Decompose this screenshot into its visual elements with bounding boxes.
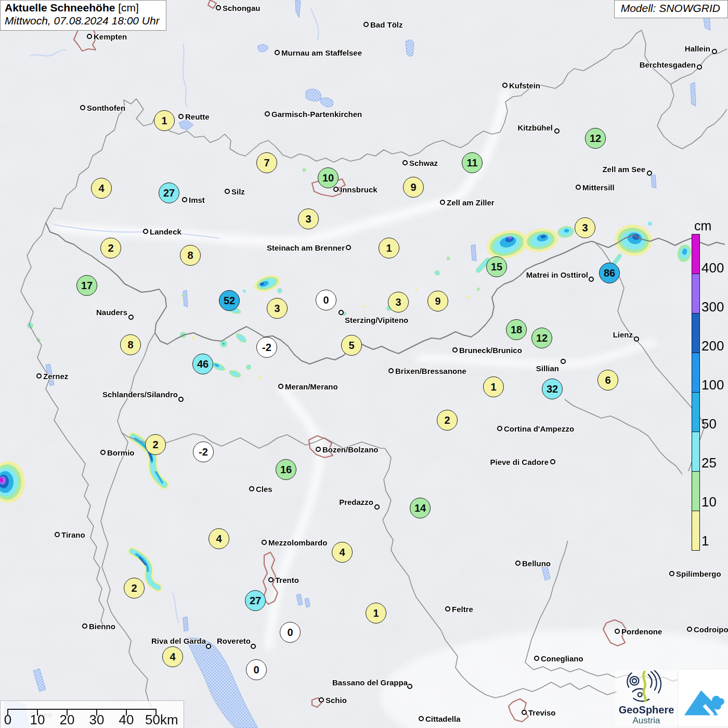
city-label: Cortina d'Ampezzo bbox=[504, 424, 574, 433]
city-marker-icon bbox=[216, 5, 221, 10]
city-marker-icon bbox=[419, 716, 424, 721]
city-label: Cittadella bbox=[425, 714, 461, 723]
city-label: Berchtesgaden bbox=[640, 60, 696, 69]
city-label: Lienz bbox=[613, 330, 633, 339]
city-marker-icon bbox=[550, 459, 555, 464]
station-value-circle: 8 bbox=[180, 245, 201, 266]
geosphere-fingerprint-icon bbox=[622, 670, 670, 702]
scalebar-label: 50km bbox=[145, 712, 178, 728]
city-marker-icon bbox=[225, 189, 230, 194]
city-label: Zell am See bbox=[602, 165, 645, 174]
city-label: Conegliano bbox=[541, 654, 583, 663]
city-label: Kempten bbox=[94, 32, 127, 41]
city-marker-icon bbox=[634, 336, 639, 342]
station-value-circle: 2 bbox=[100, 238, 121, 258]
geosphere-name: GeoSphere bbox=[615, 704, 678, 716]
city-label: Garmisch-Partenkirchen bbox=[271, 110, 362, 119]
avalanche-service-logo bbox=[678, 669, 728, 727]
city-label: Steinach am Brenner bbox=[267, 243, 345, 252]
city-label: Bienno bbox=[89, 622, 115, 631]
legend-color-block bbox=[692, 392, 699, 432]
city-marker-icon bbox=[445, 606, 450, 612]
scalebar-label: 10 bbox=[30, 712, 45, 728]
city-label: Sterzing/Vipiteno bbox=[345, 316, 408, 324]
city-label: Schwaz bbox=[409, 159, 438, 167]
station-value-circle: 12 bbox=[585, 128, 606, 149]
city-marker-icon bbox=[82, 623, 87, 629]
city-marker-icon bbox=[576, 185, 581, 190]
station-value-circle: 27 bbox=[245, 590, 266, 611]
page-title: Aktuelle Schneehöhe [cm] bbox=[5, 2, 160, 14]
city-marker-icon bbox=[687, 627, 692, 632]
city-marker-icon bbox=[497, 426, 502, 431]
city-marker-icon bbox=[333, 187, 339, 192]
station-value-circle: 18 bbox=[506, 319, 527, 340]
city-marker-icon bbox=[55, 532, 60, 537]
city-marker-icon bbox=[249, 486, 254, 491]
station-value-circle: 1 bbox=[483, 376, 504, 397]
legend-color-block bbox=[692, 313, 699, 353]
station-value-circle: 4 bbox=[162, 646, 183, 667]
scalebar-label: 20 bbox=[60, 712, 75, 728]
city-label: Tirano bbox=[61, 530, 85, 539]
city-label: Schlanders/Silandro bbox=[102, 390, 178, 399]
city-label: Predazzo bbox=[339, 498, 373, 506]
city-label: Belluno bbox=[522, 559, 551, 568]
city-label: Mittersill bbox=[582, 183, 615, 192]
city-label: Cles bbox=[256, 485, 272, 493]
city-label: Bruneck/Brunico bbox=[459, 346, 522, 355]
station-value-circle: 14 bbox=[410, 498, 431, 518]
station-value-circle: 9 bbox=[403, 177, 424, 198]
city-marker-icon bbox=[268, 577, 274, 582]
title-unit: [cm] bbox=[118, 2, 139, 14]
city-marker-icon bbox=[363, 22, 369, 27]
legend-tick-label: 200 bbox=[701, 338, 724, 354]
city-label: Feltre bbox=[452, 605, 473, 614]
city-label: Landeck bbox=[150, 227, 181, 236]
city-label: Matrei in Osttirol bbox=[526, 270, 588, 279]
scalebar-label: 40 bbox=[119, 712, 134, 728]
model-label: Modell: SNOWGRID bbox=[614, 0, 728, 18]
city-marker-icon bbox=[278, 384, 283, 389]
station-value-circle: 3 bbox=[298, 209, 319, 229]
city-label: Schongau bbox=[223, 4, 261, 12]
city-marker-icon bbox=[402, 160, 408, 165]
city-label: Schio bbox=[326, 696, 347, 705]
station-value-circle: 0 bbox=[246, 659, 267, 680]
city-marker-icon bbox=[502, 83, 508, 88]
city-label: Codroipo bbox=[694, 625, 728, 634]
city-label: Hallein bbox=[685, 44, 710, 53]
city-label: Kufstein bbox=[509, 81, 540, 90]
legend-color-block bbox=[692, 511, 699, 550]
station-value-circle: 0 bbox=[280, 622, 301, 643]
scalebar-label: 30 bbox=[89, 712, 105, 728]
city-label: Pordenone bbox=[621, 627, 662, 636]
city-marker-icon bbox=[182, 197, 187, 202]
city-label: Zell am Ziller bbox=[447, 198, 495, 207]
title-box: Aktuelle Schneehöhe [cm] Mittwoch, 07.08… bbox=[0, 0, 166, 31]
city-label: Sillian bbox=[536, 364, 559, 373]
station-value-circle: 12 bbox=[531, 328, 552, 348]
station-value-circle: 10 bbox=[318, 167, 339, 188]
city-marker-icon bbox=[515, 561, 521, 566]
city-label: Kitzbühel bbox=[518, 123, 553, 132]
station-value-circle: 2 bbox=[437, 410, 458, 431]
legend-color-block bbox=[692, 274, 699, 313]
legend-tick-label: 50 bbox=[701, 416, 717, 432]
city-marker-icon bbox=[178, 114, 184, 119]
city-marker-icon bbox=[647, 171, 652, 176]
city-marker-icon bbox=[554, 128, 560, 134]
legend-color-block bbox=[692, 235, 699, 274]
city-marker-icon bbox=[534, 656, 539, 661]
city-marker-icon bbox=[452, 347, 458, 353]
station-value-circle: -2 bbox=[193, 441, 214, 462]
station-value-circle: 4 bbox=[332, 542, 353, 563]
station-value-circle: 8 bbox=[120, 334, 141, 355]
station-value-circle: 86 bbox=[599, 263, 620, 283]
station-value-circle: 1 bbox=[154, 110, 175, 131]
station-value-circle: 32 bbox=[542, 379, 563, 399]
legend-bar bbox=[692, 234, 700, 551]
city-label: Bozen/Bolzano bbox=[322, 445, 379, 454]
city-marker-icon bbox=[388, 368, 394, 373]
city-marker-icon bbox=[275, 50, 280, 55]
